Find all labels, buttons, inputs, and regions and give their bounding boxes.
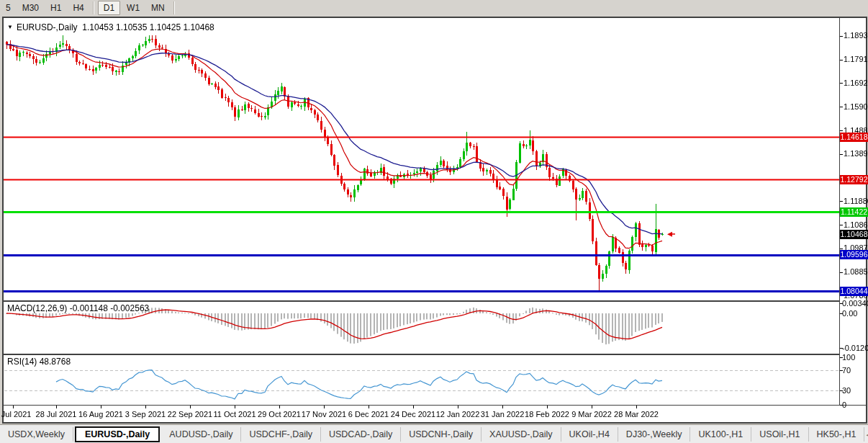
symbol-tab-dj30-weekly[interactable]: DJ30-,Weekly	[618, 427, 691, 442]
date-axis-label: 11 Oct 2021	[213, 410, 256, 419]
chart-canvas[interactable]	[0, 0, 868, 443]
rsi-indicator-label: RSI(14) 48.8768	[7, 357, 71, 367]
timeframe-button-w1[interactable]: W1	[122, 1, 145, 14]
symbol-tab-usoil-h1[interactable]: USOil-,H1	[751, 427, 808, 442]
symbol-tab-eurusd-daily[interactable]: EURUSD-,Daily	[75, 426, 160, 442]
rsi-axis-tick: 70	[842, 366, 851, 375]
chart-title: ▼EURUSD-,Daily 1.10453 1.10535 1.10425 1…	[7, 22, 214, 32]
chevron-down-icon[interactable]: ▼	[7, 24, 13, 30]
rsi-axis-tick: 0	[842, 401, 846, 409]
toolbar-separator	[93, 1, 94, 14]
level-price-tag: 1.12792	[840, 175, 868, 184]
date-axis-label: 3 Sep 2021	[125, 410, 166, 419]
timeframe-button-m30[interactable]: M30	[17, 1, 44, 14]
trading-terminal: 5M30H1H4D1W1MN ▼EURUSD-,Daily 1.10453 1.…	[0, 0, 868, 443]
symbol-tab-bar: USDX,WeeklyEURUSD-,DailyAUDUSD-,DailyUSD…	[0, 424, 868, 443]
symbol-tab-ukoil-h4[interactable]: UKOil-,H4	[561, 427, 618, 442]
level-price-tag: 1.09596	[840, 250, 868, 259]
toolbar-separator	[173, 1, 175, 14]
tab-scroll-left-icon[interactable]: ◄	[864, 431, 868, 439]
symbol-tab-hk50-h1[interactable]: HK50-,H1	[809, 427, 865, 442]
price-axis-tick: 1.10860	[844, 220, 868, 229]
chart-symbol: EURUSD-,Daily	[17, 22, 78, 32]
timeframe-button-h4[interactable]: H4	[68, 1, 89, 14]
timeframe-button-mn[interactable]: MN	[146, 1, 170, 14]
symbol-tab-audusd-daily[interactable]: AUDUSD-,Daily	[161, 427, 241, 442]
timeframe-button-d1[interactable]: D1	[98, 1, 120, 15]
date-axis-label: 9 Mar 2022	[571, 410, 612, 419]
symbol-tab-usdx-weekly[interactable]: USDX,Weekly	[0, 427, 73, 442]
date-axis-label: 29 Oct 2021	[258, 410, 301, 419]
current-price-tag: 1.10468	[840, 230, 868, 239]
price-axis-tick: 1.13890	[844, 149, 868, 158]
timeframe-button-5[interactable]: 5	[1, 1, 16, 14]
macd-axis-tick: -0.01205	[842, 344, 868, 352]
level-price-tag: 1.14618	[840, 133, 868, 142]
macd-indicator-label: MACD(12,26,9) -0.001148 -0.002563	[7, 303, 149, 313]
macd-axis-tick: 0.003408	[842, 299, 868, 308]
date-axis-label: 6 Dec 2021	[348, 410, 389, 419]
date-axis-label: 28 Mar 2022	[614, 410, 659, 419]
rsi-axis-tick: 30	[842, 386, 851, 395]
date-axis-label: 18 Feb 2022	[525, 410, 569, 419]
price-axis-tick: 1.18930	[844, 31, 868, 40]
date-axis-label: 16 Aug 2021	[78, 410, 123, 419]
tab-scroll-controls: ◄►	[864, 431, 868, 439]
symbol-tab-usdchf-daily[interactable]: USDCHF-,Daily	[241, 427, 321, 442]
symbol-tab-usdcad-daily[interactable]: USDCAD-,Daily	[321, 427, 401, 442]
price-axis-tick: 1.15900	[844, 102, 868, 111]
date-axis-label: 12 Jan 2022	[436, 410, 480, 419]
price-axis-tick: 1.16920	[844, 79, 868, 87]
price-axis-tick: 1.11880	[844, 197, 868, 205]
symbol-tab-xauusd-daily[interactable]: XAUUSD-,Daily	[482, 427, 561, 442]
level-price-tag: 1.08044	[840, 287, 868, 296]
date-axis-label: 24 Dec 2021	[391, 410, 435, 419]
symbol-tab-usdcnh-daily[interactable]: USDCNH-,Daily	[401, 427, 482, 442]
date-axis-label: 22 Sep 2021	[168, 410, 212, 419]
chart-ohlc-values: 1.10453 1.10535 1.10425 1.10468	[82, 22, 214, 32]
date-axis-label: 28 Jul 2021	[36, 410, 77, 419]
date-axis-label: 17 Nov 2021	[302, 410, 346, 419]
timeframe-button-h1[interactable]: H1	[45, 1, 66, 14]
price-axis-tick: 1.17910	[844, 55, 868, 63]
timeframe-toolbar: 5M30H1H4D1W1MN	[0, 0, 868, 16]
price-axis-tick: 1.08850	[844, 267, 868, 276]
date-axis-label: 31 Jan 2022	[481, 410, 525, 419]
date-axis-label: 9 Jul 2021	[0, 410, 31, 419]
symbol-tab-uk100-h1[interactable]: UK100-,H1	[690, 427, 751, 442]
macd-axis-tick: 0.00	[842, 309, 857, 318]
level-price-tag: 1.11422	[840, 207, 868, 217]
rsi-axis-tick: 100	[842, 353, 855, 362]
